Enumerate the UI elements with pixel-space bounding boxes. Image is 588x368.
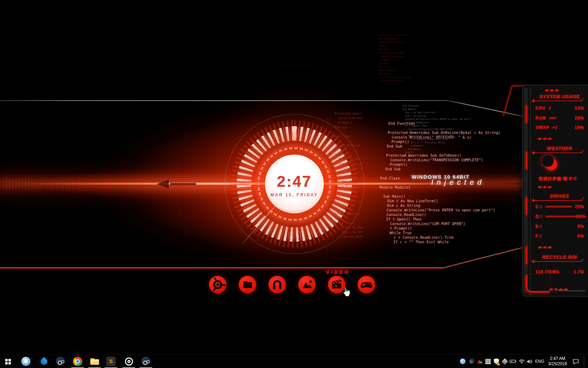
panel-dashes — [538, 186, 551, 188]
panel-bottom-elbow — [526, 275, 550, 293]
background-code-top: byte() buf = new Byte() port.Read(buf) C… — [378, 34, 412, 83]
ram-bar: >>> — [548, 116, 557, 120]
drives-header: DRIVES — [535, 193, 584, 199]
rail-accent — [526, 105, 527, 123]
rail-accent — [526, 197, 527, 215]
drive-e-value: 0% — [578, 224, 584, 229]
bottom-divider-line — [0, 267, 442, 268]
top-divider-line — [0, 100, 449, 101]
taskbar-item-rainmeter[interactable] — [18, 354, 34, 368]
language-indicator[interactable]: ENG — [533, 354, 546, 368]
tray-rainmeter[interactable] — [458, 354, 467, 368]
taskbar-item-chrome[interactable] — [70, 354, 85, 368]
diamond-icon — [502, 358, 508, 364]
tray-grid-app[interactable] — [483, 354, 492, 368]
tray-diamond-app[interactable] — [500, 354, 509, 368]
ram-value: 28% — [575, 116, 584, 121]
weather-title: WEATHER — [547, 146, 572, 151]
taskbar-item-file-explorer[interactable] — [87, 354, 102, 368]
rail-accent — [526, 151, 527, 170]
taskbar-item-steam-window[interactable] — [138, 354, 154, 368]
drive-f-label: F:\ — [536, 234, 542, 239]
taskbar-item-water-drop[interactable] — [36, 354, 51, 368]
dock-item-folder[interactable] — [239, 276, 256, 293]
taskbar-item-steam[interactable] — [53, 354, 68, 368]
recycle-items-count: 118 ITEMS — [536, 270, 559, 274]
desktop: 2:47 MAR 15, FRIDAY byte() buf = new Byt… — [0, 0, 588, 368]
swap-row: SWAP >] 19% — [536, 125, 584, 130]
start-button[interactable] — [0, 354, 15, 368]
drive-d-value: 88% — [576, 214, 586, 219]
sublime-text-icon: S — [106, 357, 115, 366]
battery-charging-icon — [510, 359, 517, 363]
ram-row: RAM >>> 28% — [536, 115, 584, 121]
weather-header: WEATHER — [535, 146, 584, 151]
defender-shield-icon — [494, 359, 499, 364]
ram-label: RAM — [536, 116, 546, 121]
drive-d-label: D:\ — [536, 214, 542, 219]
steam-icon — [469, 359, 475, 364]
taskbar: S — [0, 354, 588, 368]
drive-row-c[interactable]: C:\ >>>>>>>>>>> 75% — [536, 204, 584, 209]
panel-dashes — [538, 247, 551, 248]
dock-category-label: VIDEO — [304, 269, 350, 275]
system-usage-title: SYSTEM USAGE — [539, 94, 580, 99]
action-center-button[interactable] — [571, 354, 580, 368]
clock-widget: 2:47 MAR 15, FRIDAY — [265, 155, 324, 213]
recycle-bin-title: RECYCLE BIN — [542, 254, 577, 260]
show-desktop-button[interactable] — [584, 356, 584, 366]
mouse-cursor — [342, 287, 351, 299]
rainmeter-icon — [21, 357, 30, 366]
dock-item-chrome[interactable] — [209, 276, 226, 293]
background-code-dim: Protected Overr Console.Write( Prompt() … — [335, 111, 365, 239]
dock-item-games[interactable] — [358, 276, 375, 293]
ring-app-icon — [125, 357, 133, 366]
drive-row-f[interactable]: F:\ 0% — [536, 233, 584, 239]
left-arrow-decoration — [157, 179, 169, 189]
afterburner-icon — [477, 359, 483, 364]
panel-dashes — [538, 138, 551, 139]
rail-accent — [526, 246, 527, 264]
chrome-icon — [73, 357, 82, 366]
steam-icon — [141, 357, 150, 366]
dock-item-pictures[interactable] — [298, 276, 316, 293]
rainmeter-side-panel: SYSTEM USAGE CPU ] 13% RAM >>> 28% SWAP … — [522, 85, 588, 297]
panel-dashes — [550, 289, 567, 290]
weather-condition-label: 雷姆沙伊德 晴 6°C — [530, 176, 586, 182]
drive-c-label: C:\ — [536, 204, 542, 209]
windows-logo-icon — [5, 359, 8, 361]
crescent-moon-icon — [545, 158, 559, 172]
taskbar-item-sublime-text[interactable]: S — [103, 354, 119, 368]
taskbar-time: 2:47 AM — [545, 356, 570, 361]
file-explorer-icon — [90, 358, 99, 365]
grid-icon — [485, 359, 491, 364]
swap-label: SWAP — [536, 125, 549, 130]
cpu-row: CPU ] 13% — [536, 105, 584, 111]
left-arrow-bar — [170, 183, 196, 185]
tray-volume[interactable] — [525, 354, 534, 368]
cpu-label: CPU — [536, 106, 545, 111]
injected-label: Injected — [431, 178, 485, 186]
swap-bar: >] — [552, 125, 558, 130]
clock-date: MAR 15, FRIDAY — [265, 192, 324, 197]
wifi-icon — [519, 359, 525, 364]
dock-item-music[interactable] — [268, 276, 286, 293]
taskbar-item-ring-app[interactable] — [121, 354, 136, 368]
cpu-value: 13% — [575, 106, 584, 111]
taskbar-clock[interactable]: 2:47 AM 3/15/2019 — [545, 354, 570, 368]
drives-title: DRIVES — [550, 193, 569, 199]
taskbar-date: 3/15/2019 — [545, 361, 570, 367]
water-drop-icon — [39, 357, 49, 366]
system-usage-header: SYSTEM USAGE — [535, 94, 584, 99]
steam-icon — [56, 357, 65, 366]
tray-battery[interactable] — [509, 354, 518, 368]
tray-defender[interactable] — [492, 354, 501, 368]
drive-row-e[interactable]: E:\ 0% — [536, 224, 584, 229]
swap-value: 19% — [575, 125, 584, 130]
rainmeter-icon — [460, 359, 465, 364]
panel-bottom-extension — [558, 290, 585, 291]
recycle-bin-row[interactable]: 118 ITEMS 1.7G — [536, 269, 584, 274]
volume-icon — [526, 359, 533, 364]
recycle-bin-header[interactable]: RECYCLE BIN — [535, 254, 584, 260]
drive-row-d[interactable]: D:\ >>>>>>>>>>>>> 88% — [536, 214, 584, 219]
